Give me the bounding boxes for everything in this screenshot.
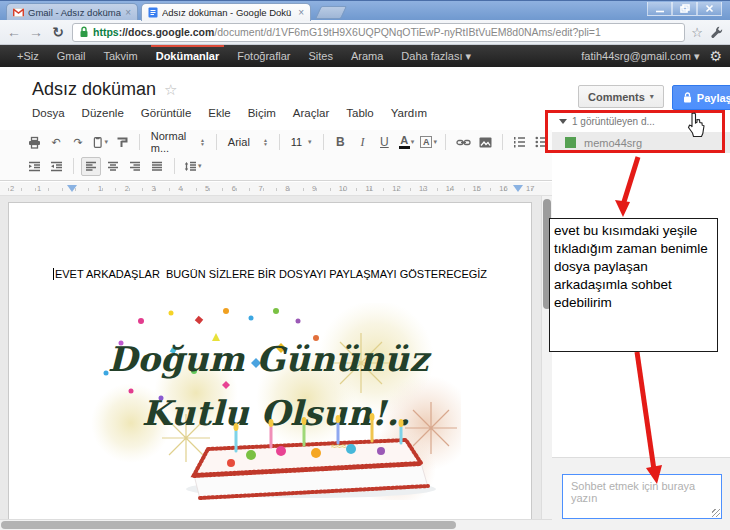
favorite-star-icon[interactable]: ☆ [164, 81, 177, 99]
right-indent-marker[interactable] [513, 185, 523, 192]
decrease-indent-button[interactable] [24, 157, 44, 176]
ruler-number: 8 [285, 184, 289, 193]
greeting-line2: Kutlu Olsun!.. [142, 393, 410, 433]
document-heading[interactable]: EVET ARKADAŞLAR BUGÜN SİZLERE BİR DOSYAY… [9, 268, 531, 280]
birthday-image[interactable]: Doğum Gününüz Kutlu Olsun!.. ≈≈≈ [76, 303, 461, 500]
underline-button[interactable]: U [374, 133, 394, 152]
menu-bicim[interactable]: Biçim [248, 107, 276, 119]
line-spacing-button[interactable]: ▾ [182, 157, 204, 176]
horizontal-scrollbar[interactable] [0, 519, 552, 530]
presence-green-icon [565, 137, 576, 148]
gear-icon[interactable]: ⚙ [709, 48, 722, 64]
gbar-item-daha-fazlasi[interactable]: Daha fazlası ▾ [392, 45, 480, 67]
highlight-color-button[interactable]: A▾ [418, 133, 438, 152]
font-size-select[interactable]: 11▾ [287, 133, 316, 152]
tab-title: Gmail - Adsız doküman (fatih4 [28, 7, 121, 18]
ruler-number: 6 [232, 184, 236, 193]
text-cursor [53, 268, 54, 280]
lock-icon [683, 92, 692, 103]
align-left-button[interactable] [81, 157, 101, 176]
account-email[interactable]: fatih44srg@gmail.com ▾ [581, 50, 699, 63]
left-indent-marker[interactable] [67, 185, 77, 192]
font-value: Arial [228, 136, 250, 148]
document-canvas[interactable]: EVET ARKADAŞLAR BUGÜN SİZLERE BİR DOSYAY… [0, 196, 552, 519]
back-icon[interactable]: ← [6, 24, 22, 40]
gbar-item-takvim[interactable]: Takvim [94, 45, 146, 67]
tab-gmail[interactable]: Gmail - Adsız doküman (fatih4 × [6, 3, 138, 21]
new-tab-button[interactable] [315, 6, 347, 19]
gbar-item-arama[interactable]: Arama [342, 45, 392, 67]
gbar-item-dokumanlar[interactable]: Dokümanlar [147, 45, 229, 67]
styles-updown-icon: ▲▼ [200, 138, 205, 146]
insert-link-button[interactable] [453, 133, 473, 152]
ruler-number: 4 [178, 184, 182, 193]
insert-image-button[interactable] [475, 133, 495, 152]
increase-indent-button[interactable] [46, 157, 66, 176]
redo-button[interactable]: ↷ [68, 133, 88, 152]
menu-goruntule[interactable]: Görüntüle [141, 107, 192, 119]
greeting-line1: Doğum Gününüz [108, 339, 432, 379]
share-button[interactable]: Paylaş [672, 85, 730, 110]
font-select[interactable]: Arial▲▼ [224, 133, 272, 152]
ruler[interactable]: 211234567891011121314151617 [0, 182, 552, 196]
menu-dosya[interactable]: Dosya [32, 107, 65, 119]
ruler-number: 13 [419, 184, 427, 193]
restore-button[interactable] [672, 2, 697, 16]
styles-select[interactable]: Normal m...▲▼ [147, 133, 209, 152]
minimize-button[interactable] [647, 2, 672, 16]
comments-caret-icon: ▾ [650, 92, 654, 101]
text-color-button[interactable]: A▾ [396, 133, 416, 152]
print-button[interactable] [24, 133, 44, 152]
edit-toolbar: ↶ ↷ ▾ Normal m...▲▼ Arial▲▼ 11▾ B I U A▾… [0, 130, 552, 181]
bookmark-star-icon[interactable]: ☆ [691, 25, 703, 40]
url-scheme: https [93, 26, 119, 38]
paint-format-button[interactable]: ▾ [90, 133, 110, 152]
align-center-button[interactable] [103, 157, 123, 176]
gbar-item-fotograflar[interactable]: Fotoğraflar [228, 45, 299, 67]
reload-icon[interactable]: ↻ [50, 24, 66, 40]
doc-title[interactable]: Adsız doküman [32, 79, 156, 100]
chat-area [552, 457, 730, 530]
align-right-button[interactable] [125, 157, 145, 176]
forward-icon[interactable]: → [28, 24, 44, 40]
justify-button[interactable] [147, 157, 167, 176]
browser-navbar: ← → ↻ https://docs.google.com/document/d… [0, 20, 730, 45]
gbar-item-siz[interactable]: +Siz [8, 45, 48, 67]
ruler-number: 5 [205, 184, 209, 193]
collapse-triangle-icon [559, 119, 567, 124]
ruler-number: 1 [37, 184, 41, 193]
menu-araclar[interactable]: Araçlar [293, 107, 329, 119]
url-bar[interactable]: https://docs.google.com/document/d/1VF6m… [72, 23, 685, 42]
url-path: /document/d/1VF6mG19tH9X6UQPQNqOTiEwP-ny… [214, 26, 600, 38]
close-window-button[interactable] [697, 2, 722, 16]
viewer-name: memo44srg [584, 137, 642, 149]
bold-button[interactable]: B [330, 133, 350, 152]
undo-button[interactable]: ↶ [46, 133, 66, 152]
bulleted-list-button[interactable] [532, 133, 552, 152]
wrench-menu-icon[interactable] [709, 25, 724, 40]
ruler-ticks [8, 188, 538, 191]
viewers-label: 1 görüntüleyen d... [572, 116, 655, 127]
document-page[interactable]: EVET ARKADAŞLAR BUGÜN SİZLERE BİR DOSYAY… [8, 202, 532, 519]
menu-duzenle[interactable]: Düzenle [82, 107, 124, 119]
gbar-item-gmail[interactable]: Gmail [48, 45, 95, 67]
comments-button[interactable]: Comments ▾ [578, 85, 664, 108]
gbar-item-sites[interactable]: Sites [299, 45, 341, 67]
horizontal-scrollbar-thumb[interactable] [1, 521, 456, 529]
menu-yardim[interactable]: Yardım [391, 107, 427, 119]
chat-input[interactable] [562, 474, 722, 519]
tab-close-icon[interactable]: × [298, 8, 304, 18]
styles-paint-button[interactable] [112, 133, 132, 152]
comments-label: Comments [588, 91, 645, 103]
google-bar: +Siz Gmail Takvim Dokümanlar Fotoğraflar… [0, 45, 730, 67]
tab-docs[interactable]: Adsız doküman - Google Dokü × [141, 3, 311, 21]
padlock-icon [79, 26, 89, 38]
tab-close-icon[interactable]: × [125, 8, 131, 18]
paint-format-caret[interactable]: ▾ [104, 138, 108, 146]
numbered-list-button[interactable] [510, 133, 530, 152]
menu-ekle[interactable]: Ekle [208, 107, 230, 119]
app-window: Gmail - Adsız doküman (fatih4 × Adsız do… [0, 0, 730, 530]
font-size-caret: ▾ [308, 138, 312, 146]
menu-tablo[interactable]: Tablo [346, 107, 374, 119]
italic-button[interactable]: I [352, 133, 372, 152]
